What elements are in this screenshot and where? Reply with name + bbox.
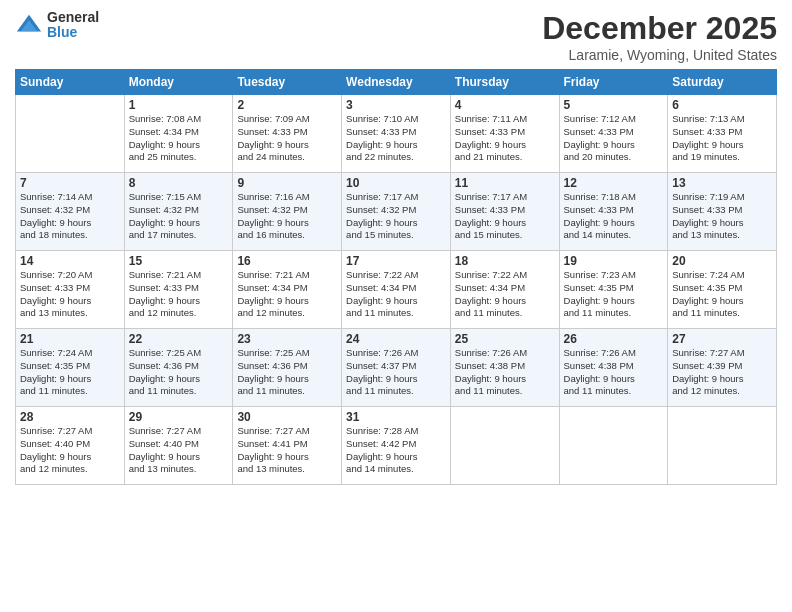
calendar-cell: 9Sunrise: 7:16 AMSunset: 4:32 PMDaylight… <box>233 173 342 251</box>
calendar-cell <box>16 95 125 173</box>
day-info: Sunrise: 7:24 AMSunset: 4:35 PMDaylight:… <box>20 347 120 398</box>
day-info: Sunrise: 7:26 AMSunset: 4:38 PMDaylight:… <box>455 347 555 398</box>
col-header-tuesday: Tuesday <box>233 70 342 95</box>
calendar-header-row: SundayMondayTuesdayWednesdayThursdayFrid… <box>16 70 777 95</box>
day-info: Sunrise: 7:28 AMSunset: 4:42 PMDaylight:… <box>346 425 446 476</box>
calendar-cell: 25Sunrise: 7:26 AMSunset: 4:38 PMDayligh… <box>450 329 559 407</box>
day-number: 14 <box>20 254 120 268</box>
day-info: Sunrise: 7:27 AMSunset: 4:41 PMDaylight:… <box>237 425 337 476</box>
day-info: Sunrise: 7:09 AMSunset: 4:33 PMDaylight:… <box>237 113 337 164</box>
day-info: Sunrise: 7:08 AMSunset: 4:34 PMDaylight:… <box>129 113 229 164</box>
day-number: 17 <box>346 254 446 268</box>
day-number: 19 <box>564 254 664 268</box>
day-number: 11 <box>455 176 555 190</box>
day-info: Sunrise: 7:12 AMSunset: 4:33 PMDaylight:… <box>564 113 664 164</box>
day-number: 12 <box>564 176 664 190</box>
col-header-thursday: Thursday <box>450 70 559 95</box>
day-number: 9 <box>237 176 337 190</box>
day-info: Sunrise: 7:25 AMSunset: 4:36 PMDaylight:… <box>237 347 337 398</box>
calendar-week-row: 14Sunrise: 7:20 AMSunset: 4:33 PMDayligh… <box>16 251 777 329</box>
page: General Blue December 2025 Laramie, Wyom… <box>0 0 792 612</box>
calendar-cell: 10Sunrise: 7:17 AMSunset: 4:32 PMDayligh… <box>342 173 451 251</box>
calendar-cell: 17Sunrise: 7:22 AMSunset: 4:34 PMDayligh… <box>342 251 451 329</box>
calendar-cell: 28Sunrise: 7:27 AMSunset: 4:40 PMDayligh… <box>16 407 125 485</box>
logo-blue-text: Blue <box>47 25 99 40</box>
calendar-cell: 2Sunrise: 7:09 AMSunset: 4:33 PMDaylight… <box>233 95 342 173</box>
day-info: Sunrise: 7:14 AMSunset: 4:32 PMDaylight:… <box>20 191 120 242</box>
day-number: 3 <box>346 98 446 112</box>
day-info: Sunrise: 7:11 AMSunset: 4:33 PMDaylight:… <box>455 113 555 164</box>
col-header-wednesday: Wednesday <box>342 70 451 95</box>
page-subtitle: Laramie, Wyoming, United States <box>542 47 777 63</box>
day-info: Sunrise: 7:27 AMSunset: 4:40 PMDaylight:… <box>20 425 120 476</box>
day-number: 4 <box>455 98 555 112</box>
calendar-cell: 29Sunrise: 7:27 AMSunset: 4:40 PMDayligh… <box>124 407 233 485</box>
calendar-cell: 6Sunrise: 7:13 AMSunset: 4:33 PMDaylight… <box>668 95 777 173</box>
calendar-cell <box>559 407 668 485</box>
day-info: Sunrise: 7:26 AMSunset: 4:37 PMDaylight:… <box>346 347 446 398</box>
calendar-cell: 14Sunrise: 7:20 AMSunset: 4:33 PMDayligh… <box>16 251 125 329</box>
calendar-cell: 11Sunrise: 7:17 AMSunset: 4:33 PMDayligh… <box>450 173 559 251</box>
calendar-week-row: 21Sunrise: 7:24 AMSunset: 4:35 PMDayligh… <box>16 329 777 407</box>
day-number: 1 <box>129 98 229 112</box>
day-info: Sunrise: 7:21 AMSunset: 4:34 PMDaylight:… <box>237 269 337 320</box>
calendar-cell: 1Sunrise: 7:08 AMSunset: 4:34 PMDaylight… <box>124 95 233 173</box>
day-info: Sunrise: 7:22 AMSunset: 4:34 PMDaylight:… <box>455 269 555 320</box>
calendar-cell: 16Sunrise: 7:21 AMSunset: 4:34 PMDayligh… <box>233 251 342 329</box>
day-info: Sunrise: 7:26 AMSunset: 4:38 PMDaylight:… <box>564 347 664 398</box>
logo-icon <box>15 11 43 39</box>
calendar-week-row: 28Sunrise: 7:27 AMSunset: 4:40 PMDayligh… <box>16 407 777 485</box>
day-info: Sunrise: 7:20 AMSunset: 4:33 PMDaylight:… <box>20 269 120 320</box>
day-number: 22 <box>129 332 229 346</box>
day-number: 29 <box>129 410 229 424</box>
calendar-cell: 8Sunrise: 7:15 AMSunset: 4:32 PMDaylight… <box>124 173 233 251</box>
day-number: 25 <box>455 332 555 346</box>
day-number: 24 <box>346 332 446 346</box>
calendar-cell: 20Sunrise: 7:24 AMSunset: 4:35 PMDayligh… <box>668 251 777 329</box>
col-header-friday: Friday <box>559 70 668 95</box>
page-title: December 2025 <box>542 10 777 47</box>
calendar-cell: 26Sunrise: 7:26 AMSunset: 4:38 PMDayligh… <box>559 329 668 407</box>
day-info: Sunrise: 7:25 AMSunset: 4:36 PMDaylight:… <box>129 347 229 398</box>
day-number: 7 <box>20 176 120 190</box>
calendar-cell: 22Sunrise: 7:25 AMSunset: 4:36 PMDayligh… <box>124 329 233 407</box>
day-info: Sunrise: 7:15 AMSunset: 4:32 PMDaylight:… <box>129 191 229 242</box>
col-header-saturday: Saturday <box>668 70 777 95</box>
calendar-cell: 31Sunrise: 7:28 AMSunset: 4:42 PMDayligh… <box>342 407 451 485</box>
day-info: Sunrise: 7:13 AMSunset: 4:33 PMDaylight:… <box>672 113 772 164</box>
calendar-table: SundayMondayTuesdayWednesdayThursdayFrid… <box>15 69 777 485</box>
day-info: Sunrise: 7:17 AMSunset: 4:32 PMDaylight:… <box>346 191 446 242</box>
day-number: 2 <box>237 98 337 112</box>
day-number: 8 <box>129 176 229 190</box>
calendar-cell <box>450 407 559 485</box>
day-info: Sunrise: 7:24 AMSunset: 4:35 PMDaylight:… <box>672 269 772 320</box>
day-info: Sunrise: 7:22 AMSunset: 4:34 PMDaylight:… <box>346 269 446 320</box>
day-number: 23 <box>237 332 337 346</box>
day-number: 21 <box>20 332 120 346</box>
calendar-week-row: 7Sunrise: 7:14 AMSunset: 4:32 PMDaylight… <box>16 173 777 251</box>
calendar-cell <box>668 407 777 485</box>
day-number: 13 <box>672 176 772 190</box>
calendar-cell: 7Sunrise: 7:14 AMSunset: 4:32 PMDaylight… <box>16 173 125 251</box>
day-info: Sunrise: 7:27 AMSunset: 4:39 PMDaylight:… <box>672 347 772 398</box>
calendar-cell: 27Sunrise: 7:27 AMSunset: 4:39 PMDayligh… <box>668 329 777 407</box>
calendar-week-row: 1Sunrise: 7:08 AMSunset: 4:34 PMDaylight… <box>16 95 777 173</box>
day-number: 27 <box>672 332 772 346</box>
day-info: Sunrise: 7:23 AMSunset: 4:35 PMDaylight:… <box>564 269 664 320</box>
day-number: 18 <box>455 254 555 268</box>
calendar-cell: 24Sunrise: 7:26 AMSunset: 4:37 PMDayligh… <box>342 329 451 407</box>
calendar-cell: 30Sunrise: 7:27 AMSunset: 4:41 PMDayligh… <box>233 407 342 485</box>
day-info: Sunrise: 7:18 AMSunset: 4:33 PMDaylight:… <box>564 191 664 242</box>
calendar-cell: 12Sunrise: 7:18 AMSunset: 4:33 PMDayligh… <box>559 173 668 251</box>
calendar-cell: 23Sunrise: 7:25 AMSunset: 4:36 PMDayligh… <box>233 329 342 407</box>
calendar-cell: 3Sunrise: 7:10 AMSunset: 4:33 PMDaylight… <box>342 95 451 173</box>
calendar-cell: 21Sunrise: 7:24 AMSunset: 4:35 PMDayligh… <box>16 329 125 407</box>
day-number: 31 <box>346 410 446 424</box>
calendar-cell: 19Sunrise: 7:23 AMSunset: 4:35 PMDayligh… <box>559 251 668 329</box>
day-number: 28 <box>20 410 120 424</box>
day-number: 10 <box>346 176 446 190</box>
day-number: 15 <box>129 254 229 268</box>
day-number: 16 <box>237 254 337 268</box>
day-info: Sunrise: 7:21 AMSunset: 4:33 PMDaylight:… <box>129 269 229 320</box>
day-info: Sunrise: 7:16 AMSunset: 4:32 PMDaylight:… <box>237 191 337 242</box>
